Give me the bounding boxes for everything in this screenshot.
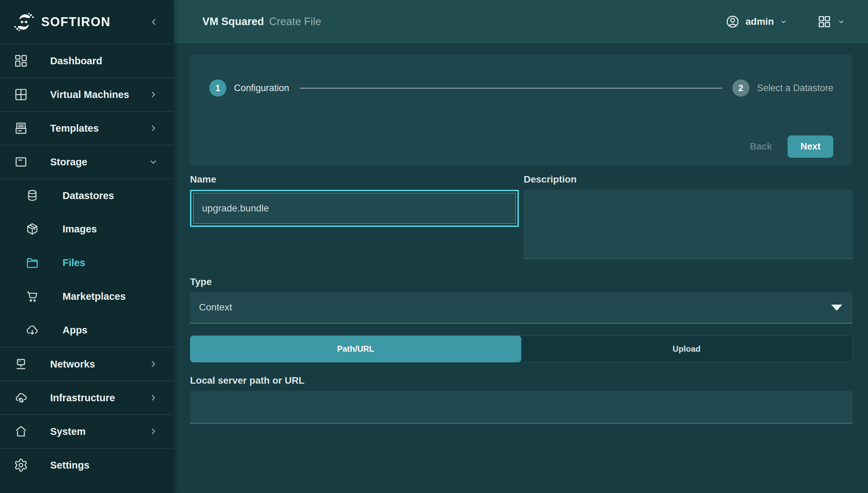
- page-title: Create File: [269, 15, 321, 28]
- cloud-download-icon: [25, 323, 41, 337]
- sidebar-item-images[interactable]: Images: [0, 212, 174, 246]
- sidebar-collapse-button[interactable]: [149, 17, 159, 27]
- sidebar-item-label: Dashboard: [50, 55, 102, 67]
- step-select-datastore: 2 Select a Datastore: [732, 79, 833, 97]
- breadcrumb: VM Squared Create File: [202, 15, 321, 28]
- sidebar-item-dashboard[interactable]: Dashboard: [0, 44, 174, 77]
- name-input[interactable]: [193, 193, 516, 224]
- product-name: VM Squared: [202, 15, 264, 28]
- chevron-right-icon: [149, 393, 158, 402]
- sidebar-item-label: Networks: [50, 359, 95, 370]
- sidebar-item-apps[interactable]: Apps: [0, 313, 174, 347]
- gear-icon: [14, 458, 29, 472]
- chevron-down-icon: [149, 157, 158, 166]
- templates-icon: [14, 121, 29, 135]
- user-menu-button[interactable]: admin: [725, 14, 788, 29]
- type-selected-value: Context: [199, 302, 232, 313]
- user-avatar-icon: [725, 14, 740, 29]
- name-description-row: Name Description: [190, 174, 853, 260]
- path-field-group: Local server path or URL: [190, 375, 853, 424]
- shopping-cart-icon: [25, 289, 41, 303]
- wizard-card: 1 Configuration 2 Select a Datastore Bac…: [190, 55, 853, 165]
- step-label: Select a Datastore: [757, 83, 833, 94]
- datastores-icon: [25, 189, 41, 202]
- cloud-sync-icon: [14, 391, 29, 405]
- brand-header: SOFTIRON: [0, 0, 174, 44]
- dashboard-icon: [14, 54, 29, 68]
- type-label: Type: [190, 276, 853, 288]
- storage-icon: [14, 155, 29, 169]
- sidebar-item-infrastructure[interactable]: Infrastructure: [0, 381, 174, 414]
- step-configuration: 1 Configuration: [209, 79, 289, 97]
- chevron-down-icon: [837, 18, 845, 26]
- sidebar-item-label: System: [50, 426, 86, 437]
- sidebar-item-virtual-machines[interactable]: Virtual Machines: [0, 77, 174, 111]
- grid-apps-icon: [817, 14, 832, 29]
- folder-icon: [25, 256, 41, 270]
- softiron-logo-icon: [14, 12, 34, 32]
- wizard-stepper: 1 Configuration 2 Select a Datastore: [209, 79, 833, 97]
- topbar-actions: admin: [725, 14, 845, 29]
- wizard-actions: Back Next: [209, 135, 833, 158]
- sidebar-item-label: Images: [63, 223, 97, 235]
- name-field-group: Name: [190, 174, 519, 227]
- sidebar-item-label: Templates: [50, 123, 99, 134]
- sidebar-item-datastores[interactable]: Datastores: [0, 178, 174, 212]
- sidebar-item-label: Apps: [63, 325, 88, 336]
- sidebar-item-files[interactable]: Files: [0, 246, 174, 280]
- step-number-badge: 1: [209, 79, 226, 97]
- network-icon: [14, 357, 29, 371]
- sidebar-item-label: Datastores: [63, 190, 114, 201]
- sidebar-item-system[interactable]: System: [0, 414, 174, 448]
- sidebar-item-label: Virtual Machines: [50, 89, 129, 100]
- sidebar-item-templates[interactable]: Templates: [0, 111, 174, 145]
- sidebar-item-label: Files: [63, 257, 85, 269]
- images-icon: [25, 222, 41, 236]
- description-textarea[interactable]: [524, 190, 853, 259]
- chevron-right-icon: [149, 360, 158, 369]
- sidebar-item-label: Settings: [50, 460, 89, 471]
- name-label: Name: [190, 174, 519, 185]
- chevron-right-icon: [149, 90, 158, 99]
- chevron-right-icon: [149, 124, 158, 133]
- sidebar-nav: Dashboard Virtual Machines: [0, 44, 174, 482]
- tab-path-url[interactable]: Path/URL: [190, 336, 521, 362]
- main-area: VM Squared Create File admin: [174, 0, 868, 493]
- description-field-group: Description: [524, 174, 853, 260]
- sidebar: SOFTIRON Dashboard Virtual Machine: [0, 0, 174, 493]
- dropdown-caret-icon: [831, 305, 842, 311]
- path-input[interactable]: [190, 391, 853, 424]
- chevron-left-icon: [149, 17, 159, 27]
- chevron-right-icon: [149, 427, 158, 436]
- stepper-connector: [300, 88, 722, 89]
- tab-upload[interactable]: Upload: [521, 336, 852, 362]
- name-input-focus-ring: [190, 190, 519, 227]
- brand-name: SOFTIRON: [41, 15, 111, 29]
- path-label: Local server path or URL: [190, 375, 853, 386]
- chevron-down-icon: [779, 18, 788, 26]
- sidebar-item-label: Infrastructure: [50, 392, 115, 404]
- user-name: admin: [746, 16, 774, 27]
- virtual-machines-icon: [14, 87, 29, 102]
- description-label: Description: [524, 174, 853, 185]
- sidebar-item-networks[interactable]: Networks: [0, 347, 174, 381]
- apps-menu-button[interactable]: [817, 14, 845, 29]
- sidebar-item-settings[interactable]: Settings: [0, 448, 174, 482]
- type-select[interactable]: Context: [190, 292, 853, 324]
- top-bar: VM Squared Create File admin: [174, 0, 868, 43]
- sidebar-item-marketplaces[interactable]: Marketplaces: [0, 280, 174, 313]
- sidebar-item-storage[interactable]: Storage: [0, 145, 174, 178]
- next-button[interactable]: Next: [788, 135, 833, 158]
- sidebar-item-label: Marketplaces: [63, 291, 126, 302]
- source-tabs: Path/URL Upload: [190, 336, 853, 362]
- sidebar-item-label: Storage: [50, 156, 87, 168]
- type-field-group: Type Context: [190, 276, 853, 324]
- step-number-badge: 2: [732, 79, 749, 97]
- create-file-form: 1 Configuration 2 Select a Datastore Bac…: [174, 43, 868, 493]
- home-icon: [14, 424, 29, 439]
- back-button[interactable]: Back: [750, 141, 772, 152]
- step-label: Configuration: [234, 83, 289, 94]
